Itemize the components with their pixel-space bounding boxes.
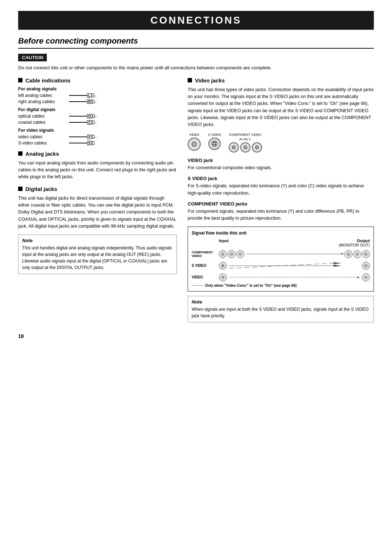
cable-row: right analog cables R – — [18, 99, 177, 104]
component-video-subtext: For component signals, separated into lu… — [188, 208, 374, 222]
signal-flow-row-video: VIDEO — [192, 273, 370, 281]
video-jack-circle — [188, 138, 201, 151]
cable-label: left analog cables — [18, 93, 69, 98]
svideo-jack-subheading: S VIDEO jack — [188, 176, 374, 181]
cable-connector: C – — [69, 120, 97, 125]
section-before-connecting: Before connecting components — [18, 36, 374, 49]
signal-flow-box: Signal flow inside this unit Input Outpu… — [188, 227, 374, 292]
signal-flow-note: Only when "Video Conv." is set to "On" (… — [192, 284, 370, 288]
caution-text: Do not connect this unit or other compon… — [18, 64, 374, 72]
page-number: 18 — [18, 333, 374, 339]
note-label-right: Note — [192, 299, 370, 305]
cable-indications-table: For analog signals left analog cables L … — [18, 86, 177, 146]
note-box-right: Note When signals are input at both the … — [188, 296, 374, 322]
component-jack-pr — [229, 142, 239, 152]
signal-flow-output-label: Output (MONITOR OUT) — [339, 239, 370, 247]
svideo-jack-label: S VIDEO — [208, 133, 221, 137]
note-box-left: Note This unit handles digital and analo… — [18, 235, 177, 274]
cable-connector: V – — [69, 135, 97, 139]
video-jacks-text: This unit has three types of video jacks… — [188, 86, 374, 129]
video-jack-subtext: For conventional composite video signals… — [188, 164, 374, 171]
digital-jacks-heading: Digital jacks — [18, 186, 177, 192]
cable-row: coaxial cables C – — [18, 120, 177, 125]
cable-label: video cables — [18, 134, 69, 139]
section-square-icon — [18, 151, 23, 156]
component-video-jacks-icon: COMPONENT VIDEO Pr Pb Y — [229, 133, 262, 152]
signal-flow-row-svideo: S VIDEO — [192, 260, 370, 271]
svg-marker-1 — [334, 265, 342, 267]
section-square-icon — [18, 187, 23, 191]
signal-flow-title: Signal flow inside this unit — [192, 231, 370, 236]
cable-label: coaxial cables — [18, 120, 69, 125]
caution-label: CAUTION — [18, 54, 47, 61]
analog-signals-subheading: For analog signals — [18, 86, 177, 91]
video-row-label: VIDEO — [192, 275, 219, 279]
component-jacks-right — [344, 250, 370, 258]
svideo-jack-icon: S VIDEO — [208, 133, 221, 150]
cable-row: left analog cables L – — [18, 93, 177, 98]
svideo-row-label: S VIDEO — [192, 264, 219, 268]
analog-jacks-heading: Analog jacks — [18, 151, 177, 157]
cable-connector: L – — [69, 93, 96, 98]
component-jacks-group — [229, 142, 262, 152]
cable-label: right analog cables — [18, 99, 69, 104]
cable-connector: R – — [69, 99, 97, 104]
video-jacks-diagram: VIDEO S VIDEO — [188, 133, 374, 152]
cable-row: video cables V – — [18, 134, 177, 139]
video-signals-subheading: For video signals — [18, 128, 177, 133]
svideo-jack-subtext: For S-video signals, separated into lumi… — [188, 183, 374, 197]
component-jacks-left — [219, 250, 244, 258]
component-pr-pb-y-label: Pr Pb Y — [240, 138, 251, 141]
analog-jacks-text: You can input analog signals from audio … — [18, 160, 177, 181]
cable-connector: O – — [69, 114, 97, 118]
svideo-jack-right — [362, 262, 370, 270]
note-text-left: This unit handles digital and analog sig… — [22, 245, 173, 271]
cable-label: S-video cables — [18, 140, 69, 146]
digital-jacks-text: This unit has digital jacks for direct t… — [18, 195, 177, 230]
video-jack-inner — [192, 142, 197, 147]
section-square-icon — [188, 78, 192, 82]
signal-flow-input-label: Input — [219, 239, 229, 247]
cable-row: optical cables O – — [18, 114, 177, 119]
note-text-right: When signals are input at both the S VID… — [192, 306, 370, 319]
cable-indications-heading: Cable indications — [18, 77, 177, 83]
video-jack-icon: VIDEO — [188, 133, 201, 151]
page-title: CONNECTIONS — [18, 11, 374, 30]
video-jack-subheading: VIDEO jack — [188, 158, 374, 163]
svg-marker-3 — [334, 262, 342, 264]
section-square-icon — [18, 78, 23, 82]
video-jack-left — [219, 273, 227, 281]
video-jacks-heading: Video jacks — [188, 77, 374, 83]
signal-flow-row-component: COMPONENTVIDEO — [192, 250, 370, 258]
svideo-jack-circle — [208, 138, 221, 150]
component-video-subheading: COMPONENT VIDEO jacks — [188, 201, 374, 207]
svideo-jack-left — [219, 262, 227, 270]
cable-row: S-video cables S — [18, 140, 177, 146]
cable-label: optical cables — [18, 114, 69, 119]
component-row-label: COMPONENTVIDEO — [192, 250, 219, 258]
component-jack-y — [252, 142, 262, 152]
digital-signals-subheading: For digital signals — [18, 107, 177, 112]
video-jack-label: VIDEO — [189, 133, 199, 137]
video-jack-right — [362, 273, 370, 281]
note-label-left: Note — [22, 238, 173, 243]
component-video-label: COMPONENT VIDEO — [229, 133, 261, 137]
component-jack-pb — [240, 142, 250, 152]
cable-connector: S — [69, 141, 94, 145]
